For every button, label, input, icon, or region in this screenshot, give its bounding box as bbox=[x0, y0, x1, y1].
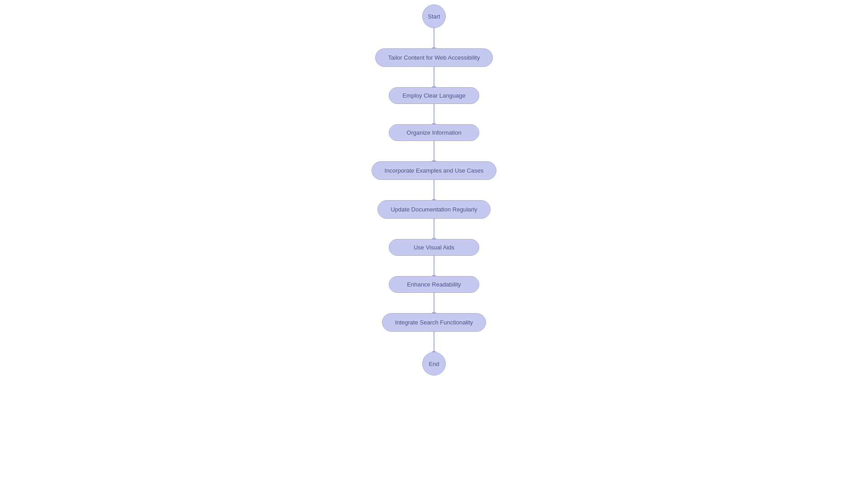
update-pill: Update Documentation Regularly bbox=[377, 200, 491, 219]
readability-label: Enhance Readability bbox=[407, 281, 461, 288]
connector-6 bbox=[434, 219, 434, 239]
tailor-label: Tailor Content for Web Accessibility bbox=[388, 54, 480, 61]
node-incorporate: Incorporate Examples and Use Cases bbox=[372, 161, 497, 180]
node-search: Integrate Search Functionality bbox=[382, 313, 486, 332]
readability-pill: Enhance Readability bbox=[389, 276, 479, 293]
incorporate-label: Incorporate Examples and Use Cases bbox=[385, 167, 484, 174]
employ-label: Employ Clear Language bbox=[402, 92, 465, 99]
node-employ: Employ Clear Language bbox=[389, 87, 479, 104]
node-start: Start bbox=[422, 5, 446, 28]
connector-4 bbox=[434, 141, 434, 161]
connector-7 bbox=[434, 256, 434, 276]
visual-pill: Use Visual Aids bbox=[389, 239, 479, 256]
connector-1 bbox=[434, 28, 434, 48]
visual-label: Use Visual Aids bbox=[414, 244, 454, 251]
end-circle: End bbox=[422, 352, 446, 375]
diagram-container: Start Tailor Content for Web Accessibili… bbox=[0, 0, 868, 488]
employ-pill: Employ Clear Language bbox=[389, 87, 479, 104]
organize-pill: Organize Information bbox=[389, 124, 479, 141]
organize-label: Organize Information bbox=[406, 129, 461, 136]
connector-2 bbox=[434, 67, 434, 87]
update-label: Update Documentation Regularly bbox=[391, 206, 477, 213]
start-circle: Start bbox=[422, 5, 446, 28]
flowchart: Start Tailor Content for Web Accessibili… bbox=[372, 5, 497, 375]
search-label: Integrate Search Functionality bbox=[395, 319, 473, 326]
node-readability: Enhance Readability bbox=[389, 276, 479, 293]
node-end: End bbox=[422, 352, 446, 375]
tailor-pill: Tailor Content for Web Accessibility bbox=[375, 48, 493, 67]
connector-3 bbox=[434, 104, 434, 124]
incorporate-pill: Incorporate Examples and Use Cases bbox=[372, 161, 497, 180]
node-tailor: Tailor Content for Web Accessibility bbox=[375, 48, 493, 67]
node-visual: Use Visual Aids bbox=[389, 239, 479, 256]
connector-8 bbox=[434, 293, 434, 313]
connector-9 bbox=[434, 332, 434, 352]
end-label: End bbox=[429, 361, 439, 367]
connector-5 bbox=[434, 180, 434, 200]
search-pill: Integrate Search Functionality bbox=[382, 313, 486, 332]
node-organize: Organize Information bbox=[389, 124, 479, 141]
node-update: Update Documentation Regularly bbox=[377, 200, 491, 219]
start-label: Start bbox=[428, 13, 440, 20]
